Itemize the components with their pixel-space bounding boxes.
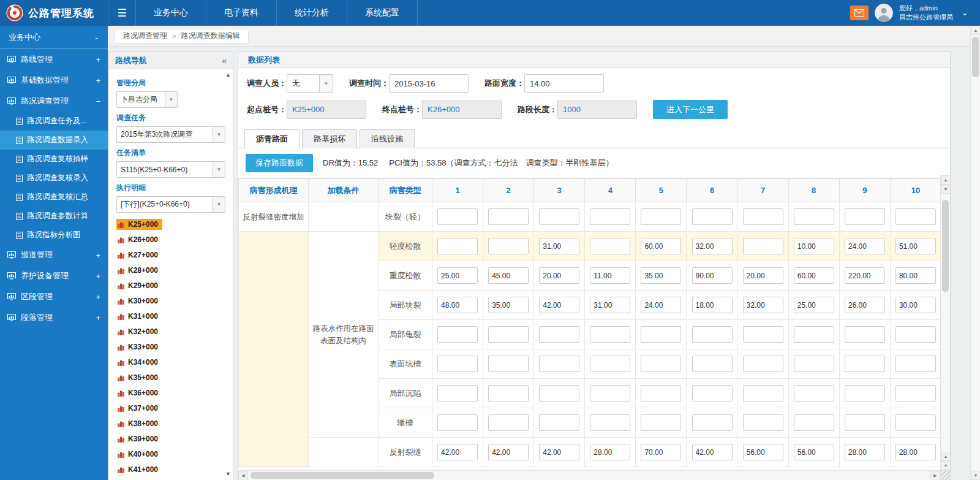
sidebar-item-5[interactable]: 区段管理+ <box>0 286 108 307</box>
station-item[interactable]: K35+000 <box>116 370 225 385</box>
sidebar-item-4[interactable]: 养护设备管理+ <box>0 265 108 286</box>
value-input-r2c8[interactable] <box>794 267 834 284</box>
value-input-r1c3[interactable] <box>539 238 579 254</box>
value-input-r6c7[interactable] <box>743 385 783 402</box>
page-scroll-thumb[interactable] <box>972 37 979 77</box>
filter-select-1[interactable]: 2015年第3次路况调查▼ <box>116 126 225 143</box>
scroll-down-icon[interactable]: ▼ <box>971 471 980 480</box>
filter-select-0[interactable]: 卜昌吉分局▼ <box>116 91 178 108</box>
value-input-r7c10[interactable] <box>895 414 936 431</box>
surveyor-select[interactable]: 无 ▼ <box>287 74 333 93</box>
value-input-r0c3[interactable] <box>539 208 579 225</box>
value-input-r1c2[interactable] <box>488 238 529 254</box>
station-item[interactable]: K28+000 <box>116 262 225 278</box>
sidebar-subitem-0[interactable]: 路况调查任务及... <box>0 112 108 131</box>
sidebar-subitem-4[interactable]: 路况调查复核汇总 <box>0 188 108 207</box>
station-item[interactable]: K36+000 <box>116 385 225 400</box>
value-input-r1c5[interactable] <box>641 238 681 254</box>
scroll-up-icon[interactable]: ▲ <box>941 175 951 185</box>
station-item[interactable]: K31+000 <box>116 308 225 324</box>
sidebar-header[interactable]: 业务中心 ⌄ <box>0 26 108 49</box>
scroll-left-icon[interactable]: ◀ <box>238 471 248 480</box>
value-input-r1c1[interactable] <box>437 238 478 254</box>
value-input-r4c1[interactable] <box>437 326 478 343</box>
value-input-r2c10[interactable] <box>895 267 936 284</box>
filter-select-3[interactable]: [下行](K25+0-K66+0)▼ <box>116 196 225 213</box>
sidebar-item-1[interactable]: 基础数据管理+ <box>0 70 108 91</box>
value-input-r7c2[interactable] <box>488 414 529 431</box>
value-input-r8c8[interactable] <box>794 444 834 460</box>
value-input-r4c4[interactable] <box>590 326 630 343</box>
tab-roadside-facilities[interactable]: 沿线设施 <box>360 129 415 148</box>
scroll-up-icon[interactable]: ▲ <box>941 452 951 461</box>
value-input-r2c9[interactable] <box>845 267 885 284</box>
value-input-r0c7[interactable] <box>743 208 783 225</box>
collapse-panel-icon[interactable]: « <box>222 56 227 66</box>
topnav-business-center[interactable]: 业务中心 <box>136 0 206 26</box>
value-input-r7c7[interactable] <box>743 414 783 431</box>
station-item[interactable]: K39+000 <box>116 431 225 446</box>
value-input-r1c10[interactable] <box>895 238 936 254</box>
value-input-r3c8[interactable] <box>794 297 834 313</box>
value-input-r4c6[interactable] <box>692 326 733 343</box>
value-input-r6c6[interactable] <box>692 385 733 402</box>
tab-subgrade-damage[interactable]: 路基损坏 <box>302 129 357 148</box>
value-input-r3c1[interactable] <box>437 297 478 313</box>
station-item[interactable]: K25+000 <box>116 216 225 232</box>
value-input-r3c4[interactable] <box>590 297 630 313</box>
value-input-r2c1[interactable] <box>437 267 478 284</box>
value-input-r5c3[interactable] <box>539 356 579 372</box>
value-input-r7c8[interactable] <box>794 414 834 431</box>
value-input-r6c5[interactable] <box>641 385 681 402</box>
value-input-r6c1[interactable] <box>437 385 478 402</box>
value-input-r0c1[interactable] <box>437 208 478 225</box>
value-input-r0c10[interactable] <box>895 208 936 225</box>
value-input-r1c8[interactable] <box>794 238 834 254</box>
value-input-r8c3[interactable] <box>539 444 579 460</box>
value-input-r6c8[interactable] <box>794 385 834 402</box>
value-input-r1c6[interactable] <box>692 238 733 254</box>
value-input-r3c5[interactable] <box>641 297 681 313</box>
value-input-r5c6[interactable] <box>692 356 733 372</box>
station-item[interactable]: K37+000 <box>116 400 225 416</box>
save-surface-data-button[interactable]: 保存路面数据 <box>246 154 313 172</box>
value-input-r5c8[interactable] <box>794 356 834 372</box>
sidebar-subitem-1[interactable]: 路况调查数据录入 <box>0 131 108 150</box>
topnav-statistics[interactable]: 统计分析 <box>277 0 347 26</box>
value-input-r3c3[interactable] <box>539 297 579 313</box>
value-input-r2c5[interactable] <box>641 267 681 284</box>
sidebar-item-3[interactable]: 巡道管理+ <box>0 245 108 265</box>
value-input-r8c5[interactable] <box>641 444 681 460</box>
value-input-r0c4[interactable] <box>590 208 630 225</box>
value-input-r2c2[interactable] <box>488 267 529 284</box>
value-input-r4c7[interactable] <box>743 326 783 343</box>
sidebar-item-2[interactable]: 路况调查管理− <box>0 91 108 112</box>
value-input-r4c8[interactable] <box>794 326 834 343</box>
sidebar-subitem-2[interactable]: 路况调查复核抽样 <box>0 150 108 169</box>
value-input-r2c3[interactable] <box>539 267 579 284</box>
value-input-r7c1[interactable] <box>437 414 478 431</box>
scroll-right-icon[interactable]: ▶ <box>930 471 940 480</box>
panel-scroll-up-icon[interactable]: ▲ <box>225 72 231 78</box>
value-input-r3c2[interactable] <box>488 297 529 313</box>
page-vertical-scrollbar[interactable]: ▲ ▼ <box>970 26 980 480</box>
value-input-r8c1[interactable] <box>437 444 478 460</box>
value-input-r3c6[interactable] <box>692 297 733 313</box>
filter-select-2[interactable]: S115(K25+0-K66+0)▼ <box>116 161 225 178</box>
value-input-r7c5[interactable] <box>641 414 681 431</box>
station-item[interactable]: K34+000 <box>116 354 225 370</box>
station-item[interactable]: K26+000 <box>116 232 225 247</box>
value-input-r0c2[interactable] <box>488 208 529 225</box>
user-menu-chevron-icon[interactable]: ⌄ <box>959 9 970 17</box>
sidebar-item-0[interactable]: 路线管理+ <box>0 49 108 70</box>
value-input-r5c9[interactable] <box>845 356 885 372</box>
value-input-r5c2[interactable] <box>488 356 529 372</box>
station-item[interactable]: K29+000 <box>116 278 225 293</box>
value-input-r4c2[interactable] <box>488 326 529 343</box>
topnav-system-config[interactable]: 系统配置 <box>347 0 418 26</box>
value-input-r4c9[interactable] <box>845 326 885 343</box>
value-input-r8c9[interactable] <box>845 444 885 460</box>
scroll-up-icon[interactable]: ▲ <box>971 26 980 35</box>
value-input-r5c10[interactable] <box>895 356 936 372</box>
value-input-r0c6[interactable] <box>692 208 733 225</box>
